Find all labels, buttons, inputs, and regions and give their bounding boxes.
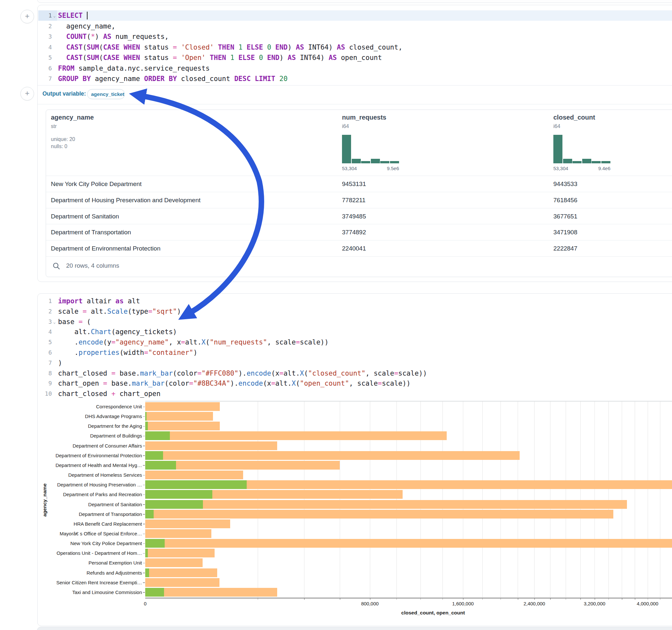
table-footer: 20 rows, 4 columns xyxy=(46,256,672,277)
next-cell-edge xyxy=(37,627,672,630)
gridline xyxy=(580,402,581,598)
column-stat: unique: 20 xyxy=(51,137,94,142)
bar-closed-count xyxy=(145,539,672,548)
table-cell: Department of Sanitation xyxy=(51,209,119,224)
bar-open-count xyxy=(145,461,176,469)
output-variable-pill[interactable]: agency_tickets xyxy=(87,89,125,99)
code-line[interactable]: 5 .encode(y="agency_name", x=alt.X("num_… xyxy=(38,337,672,347)
y-axis-tick xyxy=(143,494,145,495)
gridline xyxy=(648,402,648,598)
table-row[interactable]: Department of Sanitation37494853677651 xyxy=(46,208,672,224)
bar-closed-count xyxy=(145,588,277,597)
line-number: 5 xyxy=(39,337,52,347)
table-cell: 3471908 xyxy=(553,224,577,240)
line-number: 1 xyxy=(39,296,52,306)
y-axis-tick xyxy=(143,416,145,417)
text-cursor xyxy=(87,12,88,20)
code-text: CAST(SUM(CASE WHEN status = 'Open' THEN … xyxy=(58,52,382,63)
histogram-bar xyxy=(582,159,591,163)
x-axis-title: closed_count, open_count xyxy=(391,610,475,616)
code-line[interactable]: 7GROUP BY agency_name ORDER BY closed_co… xyxy=(38,74,672,84)
plot-top-border xyxy=(145,401,672,402)
code-line[interactable]: 10chart_closed + chart_open xyxy=(38,389,672,399)
histogram-max-label: 9.5e6 xyxy=(342,166,399,171)
y-axis-tick xyxy=(143,524,145,524)
column-name: closed_count xyxy=(553,114,595,121)
code-text: .properties(width="container") xyxy=(58,347,197,358)
code-line[interactable]: 4 CAST(SUM(CASE WHEN status = 'Closed' T… xyxy=(38,42,672,52)
code-text: CAST(SUM(CASE WHEN status = 'Closed' THE… xyxy=(58,42,402,52)
table-row[interactable]: Department of Housing Preservation and D… xyxy=(46,192,672,209)
bar-closed-count xyxy=(145,568,217,577)
add-cell-button[interactable]: + xyxy=(20,10,34,23)
x-axis-tick-label: 3,200,000 xyxy=(575,601,614,606)
y-axis-tick xyxy=(143,504,145,505)
bar-closed-count xyxy=(145,441,277,450)
python-cell: 1import altair as alt2scale = alt.Scale(… xyxy=(37,293,672,626)
column-header-num_requests[interactable]: num_requestsi64 xyxy=(342,110,386,129)
gridline xyxy=(482,402,483,598)
y-axis-label: Taxi and Limousine Commission xyxy=(45,589,142,595)
code-line[interactable]: 6FROM sample_data.nyc.service_requests xyxy=(38,63,672,74)
table-row[interactable]: Department of Environmental Protection22… xyxy=(46,240,672,257)
table-cell: 7782211 xyxy=(342,192,366,208)
histogram-max-label: 9.4e6 xyxy=(553,166,610,171)
line-number: 3 xyxy=(39,317,52,327)
fold-chevron-icon[interactable]: ⌄ xyxy=(53,317,56,327)
histogram-bar xyxy=(563,159,572,163)
code-text: base = ( xyxy=(58,317,91,327)
y-axis-label: Department of Buildings xyxy=(45,433,142,438)
fold-chevron-icon[interactable]: ⌄ xyxy=(53,11,56,21)
table-row[interactable]: New York City Police Department945313194… xyxy=(46,176,672,192)
table-cell: 9453131 xyxy=(342,176,366,192)
code-line[interactable]: 5 CAST(SUM(CASE WHEN status = 'Open' THE… xyxy=(38,52,672,63)
code-line[interactable]: 1⌄SELECT xyxy=(38,10,672,21)
y-axis-tick xyxy=(143,582,145,583)
table-shape-text: 20 rows, 4 columns xyxy=(66,262,119,269)
y-axis-tick xyxy=(143,445,145,446)
line-number: 2 xyxy=(39,21,52,31)
code-line[interactable]: 8chart_closed = base.mark_bar(color="#FF… xyxy=(38,368,672,379)
column-header-agency_name[interactable]: agency_namestrunique: 20nulls: 0 xyxy=(51,110,94,149)
table-cell: 3774892 xyxy=(342,224,366,240)
y-axis-label: HRA Benefit Card Replacement xyxy=(45,521,142,527)
gridline xyxy=(397,402,397,598)
bar-open-count xyxy=(145,431,170,440)
code-line[interactable]: 9chart_open = base.mark_bar(color="#8BC3… xyxy=(38,378,672,389)
gridline xyxy=(442,402,443,598)
gridline xyxy=(340,402,340,598)
code-line[interactable]: 4 alt.Chart(agency_tickets) xyxy=(38,327,672,337)
bar-closed-count xyxy=(145,431,447,440)
y-axis-tick xyxy=(143,592,145,593)
code-line[interactable]: 3 COUNT(*) AS num_requests, xyxy=(38,31,672,42)
gridline xyxy=(463,402,463,598)
output-variable-label: Output variable: xyxy=(43,91,86,97)
search-icon[interactable] xyxy=(52,262,60,271)
code-line[interactable]: 2scale = alt.Scale(type="sqrt") xyxy=(38,306,672,317)
code-line[interactable]: 6 .properties(width="container") xyxy=(38,347,672,358)
bar-closed-count xyxy=(145,529,211,538)
bar-open-count xyxy=(145,412,146,421)
bar-open-count xyxy=(145,539,165,548)
y-axis-title: agency_name xyxy=(42,477,48,523)
gridline xyxy=(501,402,501,598)
code-line[interactable]: 3⌄base = ( xyxy=(38,317,672,327)
code-line[interactable]: 2 agency_name, xyxy=(38,21,672,31)
add-cell-button[interactable]: + xyxy=(20,87,34,100)
histogram-bar xyxy=(361,161,370,163)
column-header-closed_count[interactable]: closed_counti64 xyxy=(553,110,595,129)
code-text: FROM sample_data.nyc.service_requests xyxy=(58,63,210,74)
line-number: 6 xyxy=(39,347,52,358)
code-line[interactable]: 1import altair as alt xyxy=(38,296,672,306)
histogram-bar xyxy=(601,161,610,163)
table-cell: 3749485 xyxy=(342,209,366,224)
code-line[interactable]: 7) xyxy=(38,358,672,368)
table-row[interactable]: Department of Transportation377489234719… xyxy=(46,224,672,240)
gridline xyxy=(608,402,609,598)
bar-open-count xyxy=(145,568,149,577)
notebook-page: + + 1⌄SELECT 2 agency_name,3 COUNT(*) AS… xyxy=(0,0,672,630)
code-text: ) xyxy=(58,358,62,368)
table-cell: 2240041 xyxy=(342,240,366,256)
y-axis-label: Department of Homeless Services xyxy=(45,472,142,478)
y-axis-tick xyxy=(143,475,145,476)
